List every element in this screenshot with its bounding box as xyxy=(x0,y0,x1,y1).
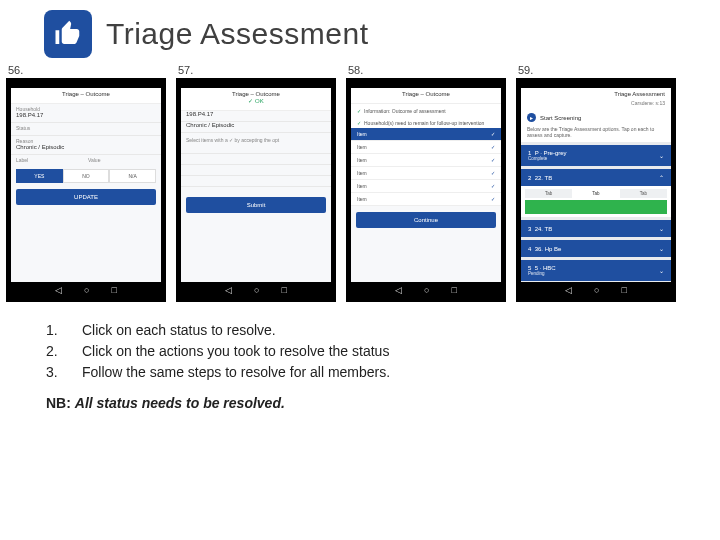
chip-na[interactable]: N/A xyxy=(109,169,156,183)
nb-text: All status needs to be resolved. xyxy=(75,395,285,411)
step-num: 1. xyxy=(46,320,62,341)
accordion-item[interactable]: 3 24. TB⌄ xyxy=(521,220,671,237)
continue-button[interactable]: Continue xyxy=(356,212,496,228)
nav-back-icon[interactable]: ◁ xyxy=(565,286,572,295)
hint-text: Below are the Triage Assessment options.… xyxy=(521,126,671,142)
chevron-up-icon: ⌃ xyxy=(659,174,664,181)
label: Reason xyxy=(11,136,161,144)
value: 198.P4.17 xyxy=(181,111,331,122)
screen-title: Triage – Outcome xyxy=(11,88,161,104)
nav-back-icon[interactable]: ◁ xyxy=(225,286,232,295)
info-line: ✓Household(s) need to remain for follow-… xyxy=(351,116,501,128)
android-nav: ◁ ○ □ xyxy=(181,282,331,296)
toggle-group: YES NO N/A xyxy=(11,167,161,183)
page-title: Triage Assessment xyxy=(106,17,369,51)
acc-status: Complete xyxy=(528,156,567,161)
step-text: Click on each status to resolve. xyxy=(82,320,276,341)
nav-back-icon[interactable]: ◁ xyxy=(395,286,402,295)
mini-tab[interactable]: Tab xyxy=(572,189,619,198)
option-row[interactable] xyxy=(181,165,331,176)
label: Label xyxy=(16,155,84,163)
step-number-59: 59. xyxy=(516,64,533,76)
check-row[interactable]: Item✓ xyxy=(351,154,501,167)
nav-home-icon[interactable]: ○ xyxy=(84,286,89,295)
step-num: 2. xyxy=(46,341,62,362)
acc-title: 36. Hp Be xyxy=(535,246,562,252)
option-row[interactable] xyxy=(181,143,331,154)
screen-57: Triage – Outcome ✓ OK 198.P4.17 Chronic … xyxy=(181,88,331,282)
accordion-item[interactable]: 5 5 · HBCPending⌄ xyxy=(521,260,671,281)
screen-59: Triage Assessment Carsdene: s:13 ▸ Start… xyxy=(521,88,671,282)
value: Chronic / Episodic xyxy=(181,122,331,133)
acc-status: Pending xyxy=(528,271,556,276)
step-number-56: 56. xyxy=(6,64,23,76)
check-row[interactable]: Item✓ xyxy=(351,128,501,141)
step-num: 3. xyxy=(46,362,62,383)
label: Status xyxy=(11,123,161,131)
acc-num: 3 xyxy=(528,226,531,232)
ok-badge: ✓ OK xyxy=(248,98,263,104)
check-row[interactable]: Item✓ xyxy=(351,193,501,206)
title-text: Triage – Outcome xyxy=(232,91,280,97)
nav-recent-icon[interactable]: □ xyxy=(282,286,287,295)
thumbs-up-icon xyxy=(53,19,83,49)
acc-title: 22. TB xyxy=(535,175,553,181)
phone-57: Triage – Outcome ✓ OK 198.P4.17 Chronic … xyxy=(176,78,336,302)
screen-sub: Carsdene: s:13 xyxy=(521,100,671,109)
screen-56: Triage – Outcome Household 198.P4.17 Sta… xyxy=(11,88,161,282)
nav-home-icon[interactable]: ○ xyxy=(254,286,259,295)
screen-title: Triage – Outcome ✓ OK xyxy=(181,88,331,111)
nav-back-icon[interactable]: ◁ xyxy=(55,286,62,295)
section-header: ▸ Start Screening xyxy=(521,109,671,126)
screen-58: Triage – Outcome ✓Information: Outcome o… xyxy=(351,88,501,282)
green-action-button[interactable] xyxy=(525,200,667,214)
step-dot-icon: ▸ xyxy=(527,113,536,122)
nav-home-icon[interactable]: ○ xyxy=(424,286,429,295)
submit-button[interactable]: Submit xyxy=(186,197,326,213)
step-number-57: 57. xyxy=(176,64,193,76)
accordion-item[interactable]: 4 36. Hp Be⌄ xyxy=(521,240,671,257)
nav-recent-icon[interactable]: □ xyxy=(452,286,457,295)
mini-tab[interactable]: Tab xyxy=(620,189,667,198)
info-line: ✓Information: Outcome of assessment xyxy=(351,104,501,116)
check-row[interactable]: Item✓ xyxy=(351,141,501,154)
nav-home-icon[interactable]: ○ xyxy=(594,286,599,295)
value: Chronic / Episodic xyxy=(11,144,161,155)
nb-label: NB: xyxy=(46,395,71,411)
acc-title: 24. TB xyxy=(535,226,553,232)
chevron-down-icon: ⌄ xyxy=(659,225,664,232)
acc-num: 2 xyxy=(528,175,531,181)
info-text: Household(s) need to remain for follow-u… xyxy=(364,120,484,126)
accordion-item[interactable]: 1 P · Pre-greyComplete⌄ xyxy=(521,145,671,166)
chevron-down-icon: ⌄ xyxy=(659,267,664,274)
accordion-body: Tab Tab Tab xyxy=(521,186,671,217)
nav-recent-icon[interactable]: □ xyxy=(112,286,117,295)
value: 198.P4.17 xyxy=(11,112,161,123)
option-row[interactable] xyxy=(181,176,331,187)
mini-tab[interactable]: Tab xyxy=(525,189,572,198)
instructions-list: 1.Click on each status to resolve. 2.Cli… xyxy=(0,302,720,383)
step-text: Follow the same steps to resolve for all… xyxy=(82,362,390,383)
acc-num: 4 xyxy=(528,246,531,252)
mini-tabs: Tab Tab Tab xyxy=(525,189,667,198)
option-row[interactable] xyxy=(181,154,331,165)
chip-yes[interactable]: YES xyxy=(16,169,63,183)
chevron-down-icon: ⌄ xyxy=(659,152,664,159)
hint-text: Select items with a ✓ by accepting the o… xyxy=(181,133,331,143)
step-text: Click on the actions you took to resolve… xyxy=(82,341,389,362)
android-nav: ◁ ○ □ xyxy=(11,282,161,296)
label: Value xyxy=(88,155,156,163)
check-row[interactable]: Item✓ xyxy=(351,180,501,193)
update-button[interactable]: UPDATE xyxy=(16,189,156,205)
chip-no[interactable]: NO xyxy=(63,169,110,183)
app-icon xyxy=(44,10,92,58)
label: Household xyxy=(11,104,161,112)
nb-note: NB: All status needs to be resolved. xyxy=(0,383,720,411)
info-text: Information: Outcome of assessment xyxy=(364,108,446,114)
screen-title: Triage – Outcome xyxy=(351,88,501,104)
check-row[interactable]: Item✓ xyxy=(351,167,501,180)
nav-recent-icon[interactable]: □ xyxy=(622,286,627,295)
phone-59: Triage Assessment Carsdene: s:13 ▸ Start… xyxy=(516,78,676,302)
phone-58: Triage – Outcome ✓Information: Outcome o… xyxy=(346,78,506,302)
accordion-item[interactable]: 2 22. TB⌃ xyxy=(521,169,671,186)
